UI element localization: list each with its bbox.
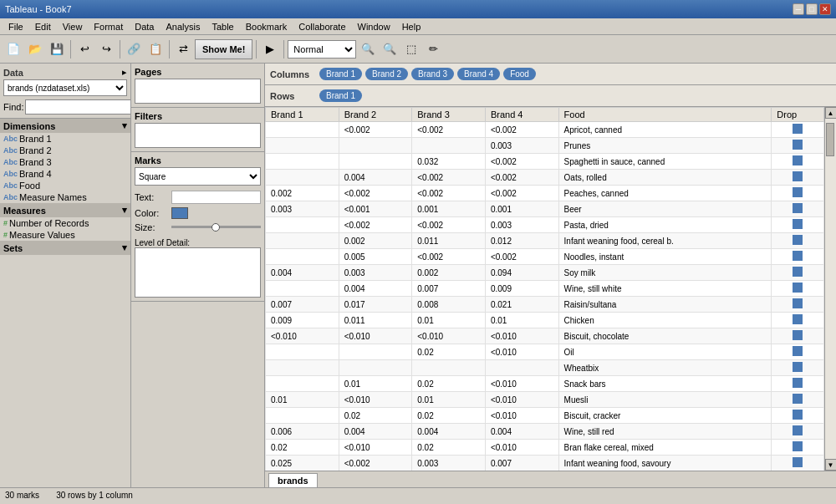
cell-indicator[interactable] xyxy=(772,138,824,154)
cell-indicator[interactable] xyxy=(772,376,824,392)
dim-brand2[interactable]: Abc Brand 2 xyxy=(0,145,130,156)
pencil-button[interactable]: ✏ xyxy=(423,39,443,59)
blue-square-indicator[interactable] xyxy=(793,314,803,324)
new-button[interactable]: 📄 xyxy=(3,39,23,59)
menu-view[interactable]: View xyxy=(58,20,88,33)
blue-square-indicator[interactable] xyxy=(793,267,803,277)
marks-size-thumb[interactable] xyxy=(212,223,220,232)
menu-collaborate[interactable]: Collaborate xyxy=(293,20,350,33)
marks-select-toolbar[interactable]: Normal Fit Width Fit Height Entire View xyxy=(288,40,356,59)
dim-brand1[interactable]: Abc Brand 1 xyxy=(0,133,130,145)
blue-square-indicator[interactable] xyxy=(793,203,803,213)
redo-button[interactable]: ↪ xyxy=(96,39,116,59)
cell-indicator[interactable] xyxy=(772,265,824,281)
scroll-up-button[interactable]: ▲ xyxy=(825,107,837,119)
cell-indicator[interactable] xyxy=(772,392,824,408)
marks-color-swatch[interactable] xyxy=(171,207,188,219)
blue-square-indicator[interactable] xyxy=(793,394,803,404)
cell-indicator[interactable] xyxy=(772,217,824,233)
cell-indicator[interactable] xyxy=(772,424,824,440)
measures-header[interactable]: Measures ▾ xyxy=(0,203,130,217)
blue-square-indicator[interactable] xyxy=(793,235,803,245)
add-datasource-button[interactable]: 🔗 xyxy=(124,39,144,59)
menu-data[interactable]: Data xyxy=(130,20,159,33)
cell-indicator[interactable] xyxy=(772,201,824,217)
row-pill-brand1[interactable]: Brand 1 xyxy=(319,89,362,102)
fix-axes-button[interactable]: ⬚ xyxy=(401,39,421,59)
cell-indicator[interactable] xyxy=(772,360,824,376)
blue-square-indicator[interactable] xyxy=(793,346,803,356)
cell-indicator[interactable] xyxy=(772,233,824,249)
col-pill-brand2[interactable]: Brand 2 xyxy=(365,68,408,80)
undo-button[interactable]: ↩ xyxy=(74,39,94,59)
blue-square-indicator[interactable] xyxy=(793,171,803,181)
save-button[interactable]: 💾 xyxy=(47,39,67,59)
cell-indicator[interactable] xyxy=(772,408,824,424)
scroll-down-button[interactable]: ▼ xyxy=(825,459,837,471)
cell-indicator[interactable] xyxy=(772,440,824,456)
pages-drop-zone[interactable] xyxy=(135,79,261,104)
duplicate-button[interactable]: 📋 xyxy=(145,39,166,59)
sets-header[interactable]: Sets ▾ xyxy=(0,241,130,255)
dimensions-header[interactable]: Dimensions ▾ xyxy=(0,119,130,133)
maximize-button[interactable]: □ xyxy=(806,3,818,15)
data-source-select[interactable]: brands (nzdataset.xls) xyxy=(3,79,127,96)
col-pill-food[interactable]: Food xyxy=(503,68,536,80)
zoom-out-button[interactable]: 🔍 xyxy=(380,39,400,59)
col-pill-brand4[interactable]: Brand 4 xyxy=(457,68,500,80)
blue-square-indicator[interactable] xyxy=(793,124,803,134)
marks-text-drop[interactable] xyxy=(171,191,261,204)
menu-analysis[interactable]: Analysis xyxy=(161,20,205,33)
menu-help[interactable]: Help xyxy=(397,20,426,33)
find-input[interactable] xyxy=(25,99,131,115)
blue-square-indicator[interactable] xyxy=(793,298,803,308)
data-table-scroll[interactable]: Brand 1 Brand 2 Brand 3 Brand 4 Food Dro… xyxy=(265,107,824,471)
measure-num-records[interactable]: # Number of Records xyxy=(0,217,130,229)
blue-square-indicator[interactable] xyxy=(793,330,803,340)
close-button[interactable]: ✕ xyxy=(819,3,831,15)
cell-indicator[interactable] xyxy=(772,328,824,344)
blue-square-indicator[interactable] xyxy=(793,457,803,467)
blue-square-indicator[interactable] xyxy=(793,441,803,451)
blue-square-indicator[interactable] xyxy=(793,410,803,420)
cell-indicator[interactable] xyxy=(772,456,824,471)
blue-square-indicator[interactable] xyxy=(793,187,803,197)
swap-button[interactable]: ⇄ xyxy=(173,39,193,59)
open-button[interactable]: 📂 xyxy=(25,39,45,59)
marks-type-select[interactable]: Square Automatic Bar Line Circle Shape T… xyxy=(135,167,261,186)
dim-brand3[interactable]: Abc Brand 3 xyxy=(0,156,130,168)
cell-indicator[interactable] xyxy=(772,281,824,297)
minimize-button[interactable]: ─ xyxy=(793,3,804,15)
blue-square-indicator[interactable] xyxy=(793,140,803,150)
filters-drop-zone[interactable] xyxy=(135,123,261,148)
menu-bookmark[interactable]: Bookmark xyxy=(241,20,293,33)
cell-indicator[interactable] xyxy=(772,297,824,313)
level-detail-drop[interactable] xyxy=(135,247,261,298)
cell-indicator[interactable] xyxy=(772,122,824,138)
menu-edit[interactable]: Edit xyxy=(30,20,56,33)
show-me-button[interactable]: Show Me! xyxy=(195,39,252,59)
blue-square-indicator[interactable] xyxy=(793,155,803,165)
col-pill-brand1[interactable]: Brand 1 xyxy=(319,68,362,80)
blue-square-indicator[interactable] xyxy=(793,219,803,229)
blue-square-indicator[interactable] xyxy=(793,425,803,435)
data-expand-icon[interactable]: ▸ xyxy=(122,67,127,78)
blue-square-indicator[interactable] xyxy=(793,283,803,293)
dim-measure-names[interactable]: Abc Measure Names xyxy=(0,191,130,203)
zoom-in-button[interactable]: 🔍 xyxy=(358,39,378,59)
dim-food[interactable]: Abc Food xyxy=(0,180,130,191)
cell-indicator[interactable] xyxy=(772,313,824,328)
present-button[interactable]: ▶ xyxy=(260,39,280,59)
menu-file[interactable]: File xyxy=(3,20,28,33)
cell-indicator[interactable] xyxy=(772,249,824,265)
menu-format[interactable]: Format xyxy=(89,20,128,33)
scroll-thumb[interactable] xyxy=(826,123,834,156)
cell-indicator[interactable] xyxy=(772,186,824,201)
measure-values[interactable]: # Measure Values xyxy=(0,229,130,241)
dim-brand4[interactable]: Abc Brand 4 xyxy=(0,168,130,180)
col-pill-brand3[interactable]: Brand 3 xyxy=(411,68,454,80)
cell-indicator[interactable] xyxy=(772,170,824,186)
tab-brands[interactable]: brands xyxy=(268,473,318,487)
blue-square-indicator[interactable] xyxy=(793,362,803,372)
blue-square-indicator[interactable] xyxy=(793,378,803,388)
